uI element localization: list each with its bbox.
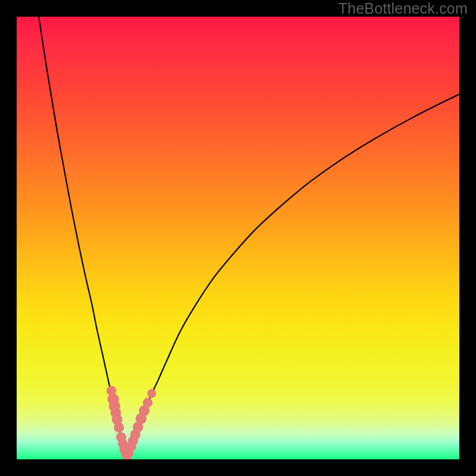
highlight-dot xyxy=(147,389,156,398)
highlight-dots xyxy=(107,386,156,460)
chart-svg xyxy=(17,17,459,459)
watermark-text: TheBottleneck.com xyxy=(339,0,468,17)
right-curve xyxy=(127,94,459,459)
plot-area xyxy=(17,17,459,459)
chart-frame: TheBottleneck.com xyxy=(0,0,476,476)
highlight-dot xyxy=(143,398,152,408)
highlight-dot xyxy=(114,422,124,433)
